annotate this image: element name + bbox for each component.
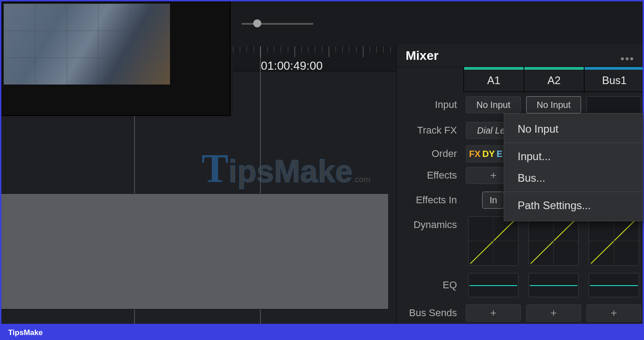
eq-graph-a1[interactable] [468, 273, 519, 297]
timecode-display: 01:00:49:00 [261, 59, 322, 73]
timeline-track[interactable] [233, 193, 388, 309]
ctx-separator [504, 192, 643, 192]
channel-a1: A1 [463, 67, 523, 93]
ruler-ticks [233, 46, 397, 57]
timeline-ruler-area[interactable]: 01:00:49:00 [233, 46, 397, 324]
mixer-header: Mixer ••• [397, 45, 643, 67]
row-label-input: Input [397, 93, 463, 116]
bus-send-add-a2[interactable]: + [526, 304, 581, 322]
timeline-ruler[interactable]: 01:00:49:00 [233, 46, 397, 72]
effects-in-a1[interactable]: In [482, 192, 505, 209]
row-label-order: Order [397, 144, 463, 163]
order-dy-icon: DY [483, 149, 495, 159]
channel-a2: A2 [523, 67, 584, 93]
dynamics-graph-bus1[interactable] [589, 216, 639, 266]
ctx-no-input[interactable]: No Input [504, 118, 643, 140]
input-select-bus1[interactable] [586, 96, 641, 113]
order-fx-icon: FX [469, 149, 481, 159]
dynamics-graph-a1[interactable] [468, 216, 519, 266]
preview-video-frame [4, 4, 170, 85]
preview-monitor [1, 1, 231, 116]
bus-send-add-bus1[interactable]: + [586, 304, 641, 322]
timeline-left-area[interactable] [1, 116, 233, 324]
dynamics-graph-a2[interactable] [528, 216, 579, 266]
input-select-a1[interactable]: No Input [466, 96, 521, 113]
zoom-slider-track[interactable] [242, 23, 313, 25]
channel-bus1: Bus1 [584, 67, 643, 93]
ctx-bus[interactable]: Bus... [504, 167, 643, 189]
row-label-eq: EQ [397, 269, 463, 301]
ctx-input[interactable]: Input... [504, 146, 643, 167]
bus-send-add-a1[interactable]: + [466, 304, 521, 322]
order-eq-icon: E [496, 149, 502, 159]
input-context-menu: No Input Input... Bus... Path Settings..… [504, 113, 643, 221]
row-label-effectsin: Effects In [397, 188, 463, 213]
input-select-a2[interactable]: No Input [526, 96, 581, 113]
zoom-slider-handle[interactable] [253, 19, 261, 27]
footer-caption: TipsMake [8, 328, 43, 337]
row-label-trackfx: Track FX [397, 117, 463, 143]
mixer-options-icon[interactable]: ••• [621, 53, 635, 65]
ctx-separator [504, 143, 643, 143]
ctx-path-settings[interactable]: Path Settings... [504, 195, 643, 216]
eq-graph-bus1[interactable] [589, 273, 639, 297]
row-label-effects: Effects [397, 164, 463, 187]
channel-name-a2[interactable]: A2 [524, 70, 584, 92]
eq-graph-a2[interactable] [528, 273, 579, 297]
label-col-header [397, 67, 463, 92]
row-label-dynamics: Dynamics [397, 214, 463, 268]
row-label-bussends: Bus Sends [397, 302, 463, 324]
channel-name-a1[interactable]: A1 [464, 70, 523, 92]
mixer-title: Mixer [406, 49, 438, 63]
channel-name-bus1[interactable]: Bus1 [585, 70, 643, 92]
